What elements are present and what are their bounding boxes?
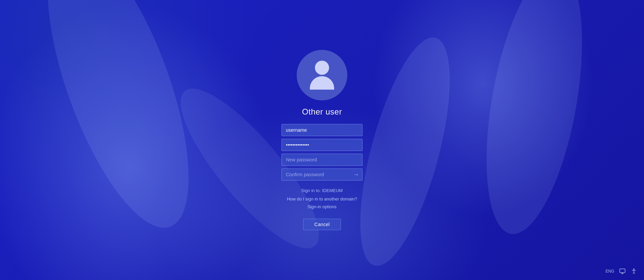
bottom-bar: ENG xyxy=(606,268,637,275)
login-panel: Other user → Sign in to: IDEMEUM How do … xyxy=(258,50,386,230)
language-selector[interactable]: ENG xyxy=(606,269,614,274)
password-input[interactable] xyxy=(281,139,363,151)
confirm-password-field-group: → xyxy=(281,168,363,181)
cancel-button[interactable]: Cancel xyxy=(303,219,341,230)
svg-point-1 xyxy=(634,269,635,270)
language-label: ENG xyxy=(606,269,614,274)
username-field-group xyxy=(281,124,363,136)
how-to-sign-in-link[interactable]: How do I sign in to another domain? xyxy=(287,196,357,201)
new-password-field-group xyxy=(281,154,363,166)
sign-in-domain-label: Sign in to: IDEMEUM xyxy=(301,188,343,193)
avatar xyxy=(297,50,347,100)
user-icon xyxy=(310,61,334,90)
accessibility-icon[interactable] xyxy=(630,268,637,275)
new-password-input[interactable] xyxy=(281,154,363,166)
page-title: Other user xyxy=(302,107,342,117)
password-field-group xyxy=(281,139,363,151)
user-icon-body xyxy=(310,76,334,90)
user-icon-head xyxy=(315,61,329,75)
monitor-icon[interactable] xyxy=(619,268,626,275)
svg-rect-0 xyxy=(620,269,625,273)
sign-in-options-link[interactable]: Sign-in options xyxy=(307,204,337,209)
username-input[interactable] xyxy=(281,124,363,136)
confirm-password-input[interactable] xyxy=(281,168,363,181)
submit-arrow-icon[interactable]: → xyxy=(353,171,359,178)
